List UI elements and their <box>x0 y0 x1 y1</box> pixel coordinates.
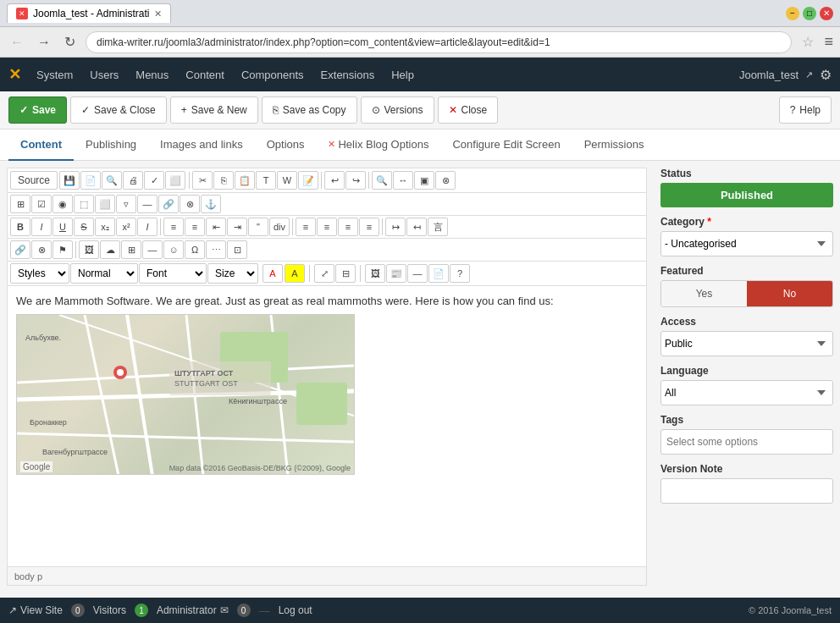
superscript-button[interactable]: x² <box>116 218 136 236</box>
bg-color-btn[interactable]: A <box>285 264 305 283</box>
outdent-button[interactable]: ⇤ <box>206 218 226 236</box>
align-left-btn[interactable]: ≡ <box>296 218 316 236</box>
editor-paste-text-btn[interactable]: T <box>256 171 276 190</box>
close-button[interactable]: ✕ Close <box>438 96 499 124</box>
hline-btn[interactable]: — <box>142 240 163 259</box>
insert-image-btn2[interactable]: 🖼 <box>365 264 385 283</box>
nav-help[interactable]: Help <box>383 58 423 91</box>
italic-button[interactable]: I <box>31 218 52 236</box>
reload-button[interactable]: ↻ <box>61 32 79 52</box>
creatediv-button[interactable]: div <box>269 218 290 236</box>
tags-input[interactable] <box>660 429 833 455</box>
image-btn[interactable]: 🖼 <box>79 240 99 259</box>
tab-images-links[interactable]: Images and links <box>148 130 255 161</box>
font-select[interactable]: Font <box>139 263 207 284</box>
strikethrough-button[interactable]: S <box>74 218 94 236</box>
editor-preview-btn[interactable]: 🔍 <box>102 171 122 190</box>
bidi-ltr-btn[interactable]: ↦ <box>385 218 406 236</box>
address-input[interactable] <box>86 31 792 53</box>
minimize-button[interactable]: − <box>786 7 799 20</box>
iframe-btn[interactable]: ⊡ <box>227 240 247 259</box>
version-note-input[interactable] <box>660 478 833 504</box>
editor-table-btn[interactable]: ⊞ <box>10 195 30 213</box>
ul-button[interactable]: ≡ <box>185 218 205 236</box>
language-btn[interactable]: 言 <box>428 218 448 236</box>
editor-cut-btn[interactable]: ✂ <box>192 171 213 190</box>
nav-content[interactable]: Content <box>177 58 233 91</box>
nav-menus[interactable]: Menus <box>127 58 177 91</box>
underline-button[interactable]: U <box>52 218 73 236</box>
save-new-button[interactable]: + Save & New <box>170 96 258 124</box>
editor-unlink-btn[interactable]: ⊗ <box>180 195 200 213</box>
editor-redo-btn[interactable]: ↪ <box>345 171 366 190</box>
editor-removeformat-btn[interactable]: ⊗ <box>435 171 456 190</box>
maximize-button[interactable]: □ <box>803 7 816 20</box>
styles-select[interactable]: Styles <box>10 263 69 284</box>
forward-button[interactable]: → <box>34 33 54 52</box>
subscript-button[interactable]: x₂ <box>95 218 115 236</box>
removeformat-btn2[interactable]: I <box>137 218 158 236</box>
align-right-btn[interactable]: ≡ <box>338 218 358 236</box>
view-site-item[interactable]: ↗ View Site <box>8 604 63 616</box>
nav-components[interactable]: Components <box>233 58 312 91</box>
flag-btn[interactable]: ⚑ <box>52 240 73 259</box>
bidi-rtl-btn[interactable]: ↤ <box>406 218 427 236</box>
logout-item[interactable]: Log out <box>279 604 312 616</box>
blockquote-button[interactable]: " <box>248 218 268 236</box>
browser-tab[interactable]: ✕ Joomla_test - Administrati ✕ <box>7 3 171 23</box>
tab-permissions[interactable]: Permissions <box>572 130 656 161</box>
editor-select-btn[interactable]: ▿ <box>116 195 136 213</box>
indent-button[interactable]: ⇥ <box>227 218 247 236</box>
ol-button[interactable]: ≡ <box>163 218 184 236</box>
editor-replace-btn[interactable]: ↔ <box>393 171 413 190</box>
align-justify-btn[interactable]: ≡ <box>359 218 379 236</box>
size-select[interactable]: Size <box>207 263 258 284</box>
tab-publishing[interactable]: Publishing <box>74 130 148 161</box>
save-copy-button[interactable]: ⎘ Save as Copy <box>262 96 357 124</box>
editor-print-btn[interactable]: 🖨 <box>123 171 143 190</box>
insert-article-btn[interactable]: 📰 <box>386 264 406 283</box>
editor-textarea-btn[interactable]: ⬜ <box>95 195 115 213</box>
editor-save-btn[interactable]: 💾 <box>59 171 80 190</box>
help-btn2[interactable]: ? <box>450 264 470 283</box>
tab-helix[interactable]: ✕ Helix Blog Options <box>316 130 440 161</box>
browser-menu-icon[interactable]: ≡ <box>824 33 833 51</box>
editor-image-link-btn[interactable]: 🔗 <box>158 195 179 213</box>
show-blocks-btn[interactable]: ⊟ <box>335 264 356 283</box>
featured-yes-button[interactable]: Yes <box>661 281 747 306</box>
editor-undo-btn[interactable]: ↩ <box>324 171 345 190</box>
nav-users[interactable]: Users <box>81 58 127 91</box>
link-btn[interactable]: 🔗 <box>10 240 30 259</box>
pagebreak-btn2[interactable]: 📄 <box>428 264 449 283</box>
editor-textfield-btn[interactable]: ⬚ <box>74 195 94 213</box>
editor-selectall-btn[interactable]: ▣ <box>414 171 434 190</box>
format-select[interactable]: Normal <box>70 263 138 284</box>
editor-radio-btn[interactable]: ◉ <box>52 195 73 213</box>
bookmark-icon[interactable]: ☆ <box>802 34 814 50</box>
unlink-btn2[interactable]: ⊗ <box>31 240 52 259</box>
close-window-button[interactable]: ✕ <box>820 7 833 20</box>
language-select[interactable]: All <box>660 380 833 405</box>
editor-paste-word-btn[interactable]: W <box>277 171 297 190</box>
editor-newfile-btn[interactable]: 📄 <box>80 171 101 190</box>
align-center-btn[interactable]: ≡ <box>317 218 337 236</box>
save-button[interactable]: ✓ Save <box>8 96 67 124</box>
readmore-btn[interactable]: — <box>407 264 428 283</box>
editor-anchor-btn[interactable]: ⚓ <box>201 195 221 213</box>
settings-gear-icon[interactable]: ⚙ <box>820 67 832 83</box>
source-button[interactable]: Source <box>10 171 58 190</box>
back-button[interactable]: ← <box>7 33 27 52</box>
tab-close-icon[interactable]: ✕ <box>154 8 162 19</box>
editor-paste-btn[interactable]: 📋 <box>235 171 255 190</box>
bold-button[interactable]: B <box>10 218 30 236</box>
maximize-editor-btn[interactable]: ⤢ <box>314 264 334 283</box>
editor-button-btn[interactable]: — <box>137 195 158 213</box>
special-char-btn[interactable]: Ω <box>185 240 205 259</box>
editor-search-btn[interactable]: 🔍 <box>372 171 392 190</box>
tab-content[interactable]: Content <box>8 130 74 161</box>
table-btn2[interactable]: ⊞ <box>121 240 141 259</box>
help-button[interactable]: ? Help <box>779 96 832 124</box>
editor-spellcheck-btn[interactable]: ✓ <box>144 171 164 190</box>
status-published-btn[interactable]: Published <box>660 183 833 207</box>
pagebreak-btn[interactable]: ⋯ <box>206 240 226 259</box>
